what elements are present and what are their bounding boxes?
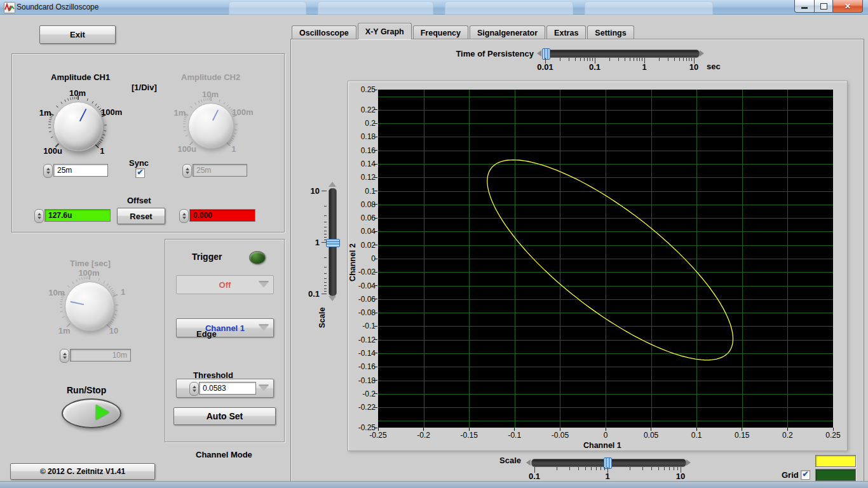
x-tick-mark — [787, 428, 788, 431]
tab-extras[interactable]: Extras — [546, 25, 586, 39]
app-window: Soundcard Oszilloscope ✕ Exit Amplitude … — [0, 0, 868, 488]
tab-oscilloscope[interactable]: Oscilloscope — [292, 25, 356, 39]
slider-tick-mark — [658, 467, 659, 470]
knob-tick-mark — [106, 283, 109, 286]
knob-scale-label: 1 — [231, 144, 236, 153]
tab-settings[interactable]: Settings — [587, 25, 634, 39]
grid-checkbox[interactable]: ✔ — [801, 470, 810, 480]
threshold-value[interactable]: 0.0583 — [199, 382, 256, 395]
slider-tick-mark — [634, 58, 634, 61]
knob-tick-mark — [70, 97, 71, 100]
persistency-slider-left-arrow[interactable] — [537, 50, 541, 57]
run-stop-button[interactable] — [62, 398, 121, 428]
slider-tick-mark — [683, 58, 684, 61]
knob-dial[interactable] — [53, 102, 103, 151]
chevron-down-icon — [259, 386, 269, 391]
trigger-title: Trigger — [192, 252, 222, 262]
y-tick-mark — [374, 90, 377, 90]
x-tick-label: 0 — [604, 431, 608, 440]
slider-tick-mark — [591, 467, 592, 470]
y-tick-label: -0.14 — [358, 349, 376, 358]
copyright-button[interactable]: © 2012 C. Zeitnitz V1.41 — [10, 463, 155, 480]
y-tick-mark — [374, 177, 377, 178]
slider-tick-mark — [324, 222, 327, 222]
close-button[interactable]: ✕ — [833, 0, 863, 13]
persistency-slider-right-arrow[interactable] — [700, 50, 704, 57]
y-tick-mark — [374, 285, 377, 286]
y-tick-label: -0.16 — [358, 362, 376, 371]
y-tick-mark — [374, 272, 377, 273]
amplitude-ch2-value[interactable]: 25m — [193, 164, 247, 177]
h-scale-left-arrow[interactable] — [526, 459, 531, 466]
maximize-button[interactable] — [815, 0, 833, 13]
time-spinner[interactable] — [60, 349, 69, 363]
knob-tick-mark — [234, 133, 236, 135]
knob-tick-mark — [183, 126, 186, 128]
threshold-spinner[interactable] — [189, 382, 199, 396]
background-browser-tab — [445, 1, 573, 15]
auto-set-button[interactable]: Auto Set — [173, 407, 276, 425]
amplitude-ch2-spinner[interactable] — [182, 164, 192, 178]
v-scale-up-arrow[interactable] — [329, 182, 336, 187]
knob-scale-label: 10 — [109, 325, 118, 335]
slider-tick-mark — [686, 58, 687, 61]
amplitude-ch2-knob[interactable]: 100u1m10m100m1 — [169, 84, 252, 166]
v-scale-thumb[interactable] — [326, 239, 340, 247]
xy-graph-frame: 0.250.220.20.180.160.140.120.10.080.060.… — [348, 81, 848, 451]
amplitude-ch1-knob[interactable]: 100u1m10m100m1 — [34, 83, 121, 169]
amplitude-ch1-value[interactable]: 25m — [53, 164, 108, 177]
app-icon — [4, 2, 15, 13]
persistency-slider-track[interactable] — [542, 50, 700, 58]
x-tick-mark — [423, 428, 424, 431]
window-title: Soundcard Oszilloscope — [17, 3, 98, 11]
persistency-slider-scale: 0.010.1110 — [545, 62, 694, 71]
exit-button-label: Exit — [70, 30, 85, 39]
y-tick-label: -0.06 — [358, 295, 376, 304]
trace-color-swatch[interactable] — [815, 455, 856, 467]
slider-tick-mark — [560, 58, 560, 61]
h-scale-label: Scale — [499, 456, 521, 465]
tab-x-y-graph[interactable]: X-Y Graph — [358, 23, 412, 39]
knob-tick-mark — [67, 98, 69, 101]
ch1-offset-spinner[interactable] — [34, 209, 44, 223]
knob-dial[interactable] — [65, 281, 114, 331]
knob-scale-label: 1m — [58, 325, 71, 335]
exit-button[interactable]: Exit — [39, 25, 116, 44]
v-scale-down-arrow[interactable] — [329, 296, 336, 301]
x-tick-label: 0.1 — [691, 431, 702, 440]
time-knob[interactable]: 1m10m100m110 — [46, 262, 132, 349]
knob-dial[interactable] — [188, 103, 234, 149]
x-tick-label: -0.1 — [508, 431, 521, 440]
h-scale-right-arrow[interactable] — [686, 459, 691, 466]
ch2-offset-value[interactable]: 0.000 — [189, 209, 255, 222]
persistency-label: Time of Persistency — [451, 49, 534, 58]
ch2-offset-spinner[interactable] — [179, 209, 189, 223]
offset-reset-button[interactable]: Reset — [117, 208, 165, 224]
minimize-button[interactable] — [794, 0, 815, 13]
threshold-label: Threshold — [193, 370, 233, 380]
tab-frequency[interactable]: Frequency — [413, 25, 468, 39]
tab-signalgenerator[interactable]: Signalgenerator — [470, 25, 545, 39]
knob-tick-mark — [219, 100, 220, 102]
ch1-offset-value[interactable]: 127.6u — [44, 209, 111, 222]
trigger-source-dropdown[interactable]: Channel 1 — [176, 318, 274, 337]
y-tick-mark — [374, 259, 377, 259]
knob-tick-mark — [194, 102, 197, 105]
tab-label: Extras — [554, 29, 578, 37]
amplitude-ch1-spinner[interactable] — [43, 164, 53, 178]
y-tick-mark — [374, 367, 377, 367]
knob-scale-label: 10m — [202, 90, 219, 99]
y-tick-label: 0.16 — [361, 146, 376, 155]
x-tick-mark — [606, 428, 606, 431]
time-value[interactable]: 10m — [70, 349, 131, 362]
title-bar[interactable]: Soundcard Oszilloscope ✕ — [0, 0, 868, 15]
slider-tick-mark — [324, 240, 327, 240]
trigger-mode-value: Off — [219, 280, 231, 290]
sync-checkbox[interactable]: ✔ — [135, 168, 145, 178]
slider-tick-mark — [324, 291, 327, 292]
grid-color-swatch[interactable] — [815, 469, 856, 481]
y-tick-label: -0.1 — [362, 322, 376, 330]
knob-scale-label: 1m — [174, 108, 186, 118]
y-tick-label: -0.04 — [358, 281, 376, 290]
trigger-mode-dropdown[interactable]: Off — [176, 275, 274, 294]
